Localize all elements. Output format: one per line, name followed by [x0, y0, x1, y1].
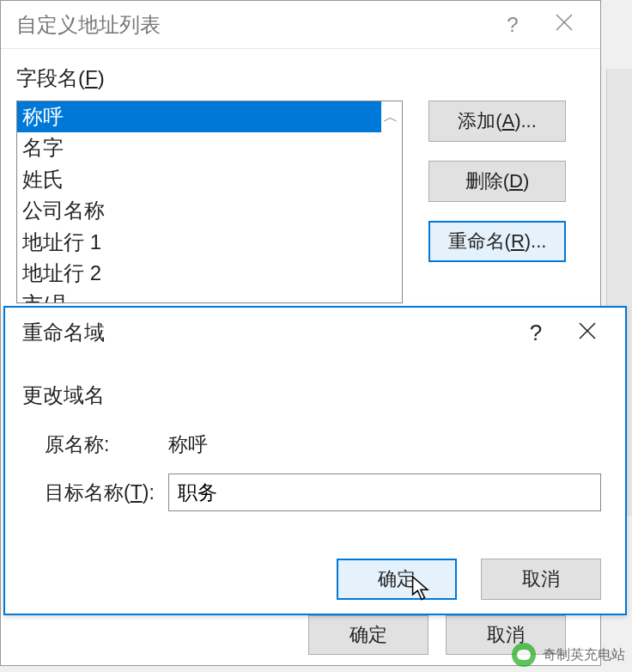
help-button[interactable]: ?	[487, 13, 538, 37]
original-name-label: 原名称:	[22, 431, 168, 458]
list-item[interactable]: 称呼	[17, 101, 381, 132]
list-item[interactable]: 地址行 2	[17, 258, 381, 289]
scroll-up-icon: ︿	[383, 107, 398, 127]
cancel-button[interactable]: 取消	[481, 559, 601, 600]
list-item[interactable]: 名字	[17, 132, 381, 163]
section-label: 更改域名	[22, 382, 601, 409]
titlebar: 重命名域 ?	[5, 308, 625, 357]
original-name-value: 称呼	[168, 431, 208, 458]
rename-body: 更改域名 原名称: 称呼 目标名称(T):	[5, 357, 625, 511]
ok-button[interactable]: 确定	[337, 559, 457, 600]
watermark-text: 奇制英充电站	[543, 646, 625, 664]
dialog-title: 自定义地址列表	[16, 11, 487, 39]
help-button[interactable]: ?	[510, 320, 562, 346]
target-name-row: 目标名称(T):	[22, 473, 601, 511]
delete-button[interactable]: 删除(D)	[428, 161, 566, 202]
field-listbox[interactable]: 称呼 名字 姓氏 公司名称 地址行 1 地址行 2 市/县 ︿	[16, 101, 403, 303]
add-button[interactable]: 添加(A)...	[428, 101, 566, 142]
close-icon	[578, 321, 597, 340]
close-icon	[555, 13, 574, 32]
dialog-title: 重命名域	[22, 319, 510, 346]
rename-footer: 确定 取消	[337, 559, 601, 600]
wechat-icon	[512, 643, 536, 667]
close-button[interactable]	[538, 13, 590, 37]
rename-button[interactable]: 重命名(R)...	[428, 221, 566, 262]
watermark: 奇制英充电站	[512, 643, 625, 667]
rename-field-dialog: 重命名域 ? 更改域名 原名称: 称呼 目标名称(T): 确定 取消	[3, 306, 627, 615]
list-item[interactable]: 市/县	[17, 289, 381, 303]
list-item[interactable]: 公司名称	[17, 195, 381, 226]
original-name-row: 原名称: 称呼	[22, 431, 601, 458]
target-name-input[interactable]	[168, 473, 601, 511]
field-name-label: 字段名(F)	[16, 64, 573, 92]
close-button[interactable]	[562, 320, 613, 346]
list-item[interactable]: 姓氏	[17, 164, 381, 195]
dialog-content: 字段名(F) 称呼 名字 姓氏 公司名称 地址行 1 地址行 2 市/县 ︿ 添…	[1, 49, 600, 303]
list-item[interactable]: 地址行 1	[17, 227, 381, 258]
titlebar: 自定义地址列表 ?	[1, 1, 600, 49]
target-name-label: 目标名称(T):	[22, 480, 168, 506]
main-ok-button[interactable]: 确定	[308, 615, 428, 655]
